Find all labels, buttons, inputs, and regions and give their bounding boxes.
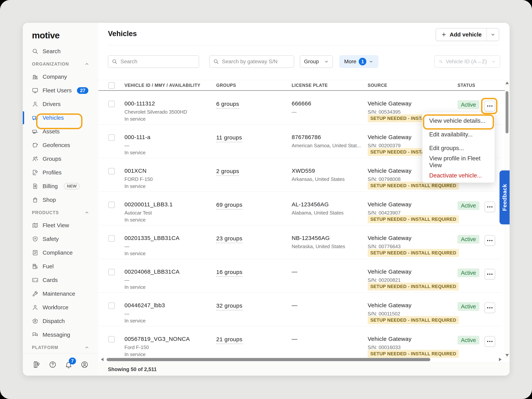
scroll-left-arrow[interactable] <box>101 358 104 361</box>
sidebar-item-messaging[interactable]: Messaging <box>23 328 98 342</box>
sort-dropdown[interactable]: Vehicle ID (A→Z) <box>434 55 500 68</box>
sidebar-item-fleet-view[interactable]: Fleet View <box>23 218 98 232</box>
sidebar-item-shop[interactable]: Shop <box>23 193 98 207</box>
row-actions-button[interactable] <box>484 336 495 347</box>
vehicle-mmy: Autocar Test <box>124 210 152 216</box>
vehicle-id[interactable]: 00567819_VG3_NONCA <box>124 336 190 342</box>
menu-item-edit-groups[interactable]: Edit groups... <box>422 141 494 155</box>
sidebar-item-compliance[interactable]: Compliance <box>23 246 98 260</box>
row-checkbox[interactable] <box>108 269 115 275</box>
row-actions-button[interactable] <box>484 235 495 246</box>
sidebar-item-safety[interactable]: Safety <box>23 232 98 246</box>
column-header-vehicle-id: VEHICLE ID / MMY / AVAILABILITY <box>124 83 200 88</box>
header-divider <box>108 45 499 45</box>
vehicle-id[interactable]: 000-111-a <box>124 134 151 140</box>
sidebar-item-groups[interactable]: Groups <box>23 152 98 166</box>
sidebar-item-company[interactable]: Company <box>23 70 98 84</box>
add-vehicle-button[interactable]: Add vehicle <box>436 28 499 41</box>
vehicle-availability: In service <box>124 251 146 256</box>
vehicle-id[interactable]: 000-111312 <box>124 100 155 107</box>
groups-link[interactable]: 11 groups <box>216 134 242 142</box>
sidebar-item-maintenance[interactable]: Maintenance <box>23 287 98 301</box>
sidebar-item-vehicles[interactable]: Vehicles <box>23 111 98 125</box>
gateway-search-field[interactable] <box>209 55 294 68</box>
row-checkbox[interactable] <box>108 101 115 107</box>
sidebar-item-drivers[interactable]: Drivers <box>23 97 98 111</box>
row-checkbox[interactable] <box>108 303 115 309</box>
row-actions-button[interactable] <box>484 202 495 212</box>
credit-card-icon <box>32 277 38 283</box>
status-badge: Active <box>457 201 479 210</box>
row-checkbox[interactable] <box>108 336 115 342</box>
groups-link[interactable]: 6 groups <box>216 101 239 109</box>
source-name: Vehicle Gateway <box>368 235 412 241</box>
sidebar-item-fuel[interactable]: Fuel <box>23 260 98 273</box>
gateway-search-input[interactable] <box>222 58 288 65</box>
sidebar-nav: Search ORGANIZATION Company Fleet Users … <box>23 44 98 353</box>
referral-button[interactable] <box>33 361 41 369</box>
menu-item-view-profile-fleet-view[interactable]: View profile in Fleet View <box>422 155 494 169</box>
row-checkbox[interactable] <box>108 168 115 174</box>
notifications-button[interactable]: 7 <box>65 361 73 369</box>
sidebar-item-geofences[interactable]: Geofences <box>23 138 98 152</box>
search-input[interactable] <box>120 58 191 65</box>
profile-settings-icon <box>32 169 38 176</box>
source-name: Vehicle Gateway <box>368 100 412 107</box>
groups-link[interactable]: 2 groups <box>216 168 239 176</box>
row-checkbox[interactable] <box>108 235 115 242</box>
vehicle-id[interactable]: 00446247_lbb3 <box>124 302 165 309</box>
row-checkbox[interactable] <box>108 202 115 208</box>
groups-link[interactable]: 21 groups <box>216 336 242 344</box>
person-icon <box>32 101 38 107</box>
vehicle-id[interactable]: 00200011_LBB3.1 <box>124 201 173 208</box>
add-vehicle-dropdown-button[interactable] <box>487 28 499 41</box>
row-actions-button[interactable] <box>484 303 495 313</box>
sort-arrows-icon <box>438 59 443 64</box>
invoice-icon <box>32 183 38 190</box>
vertical-scrollbar-thumb[interactable] <box>506 91 508 133</box>
sidebar-item-workforce[interactable]: Workforce <box>23 301 98 314</box>
setup-needed-badge: SETUP NEEDED - INSTALL REQUIRED <box>368 249 459 257</box>
person-icon <box>32 304 38 311</box>
group-filter-dropdown[interactable]: Group <box>300 55 333 68</box>
vehicle-id[interactable]: 00201335_LBB31CA <box>124 235 180 241</box>
scroll-down-arrow[interactable] <box>505 354 509 357</box>
map-icon <box>32 222 38 228</box>
menu-item-edit-availability[interactable]: Edit availability... <box>422 128 494 141</box>
source-name: Vehicle Gateway <box>368 168 412 174</box>
feedback-tab[interactable]: Feedback <box>500 171 510 224</box>
groups-link[interactable]: 69 groups <box>216 202 242 209</box>
account-button[interactable] <box>81 361 89 369</box>
sidebar-item-billing[interactable]: Billing NEW <box>23 179 98 193</box>
row-checkbox[interactable] <box>108 134 115 141</box>
sidebar-item-dispatch[interactable]: Dispatch <box>23 314 98 328</box>
select-all-checkbox[interactable] <box>108 82 115 89</box>
row-actions-button[interactable] <box>484 101 495 111</box>
menu-item-deactivate-vehicle[interactable]: Deactivate vehicle... <box>422 169 494 182</box>
menu-item-view-vehicle-details[interactable]: View vehicle details... <box>422 114 494 128</box>
help-button[interactable] <box>49 361 57 369</box>
sidebar-item-assets[interactable]: Assets <box>23 125 98 138</box>
row-actions-button[interactable] <box>484 269 495 279</box>
sidebar-item-search[interactable]: Search <box>23 44 98 58</box>
chevron-up-icon <box>84 210 89 215</box>
groups-link[interactable]: 16 groups <box>216 269 242 277</box>
sidebar-section-platform[interactable]: PLATFORM <box>23 342 98 353</box>
source-serial: S/N: 00200821 <box>368 277 400 283</box>
scroll-right-arrow[interactable] <box>499 358 502 361</box>
search-field[interactable] <box>108 55 199 68</box>
dispatch-icon <box>32 318 38 324</box>
sidebar-item-fleet-users[interactable]: Fleet Users 27 <box>23 84 98 97</box>
groups-link[interactable]: 32 groups <box>216 303 242 310</box>
sidebar-item-profiles[interactable]: Profiles <box>23 166 98 179</box>
sidebar-section-products[interactable]: PRODUCTS <box>23 207 98 218</box>
sidebar-section-organization[interactable]: ORGANIZATION <box>23 58 98 70</box>
vehicle-id[interactable]: 001XCN <box>124 168 146 174</box>
scroll-up-arrow[interactable] <box>505 82 509 84</box>
more-filters-button[interactable]: More 1 <box>339 55 378 68</box>
vehicle-id[interactable]: 00204068_LBB31CA <box>124 268 180 275</box>
filter-bar: Group More 1 Vehicle ID (A→Z) <box>98 55 510 68</box>
sidebar-item-cards[interactable]: Cards <box>23 273 98 287</box>
groups-link[interactable]: 23 groups <box>216 235 242 243</box>
horizontal-scrollbar-thumb[interactable] <box>107 358 430 361</box>
